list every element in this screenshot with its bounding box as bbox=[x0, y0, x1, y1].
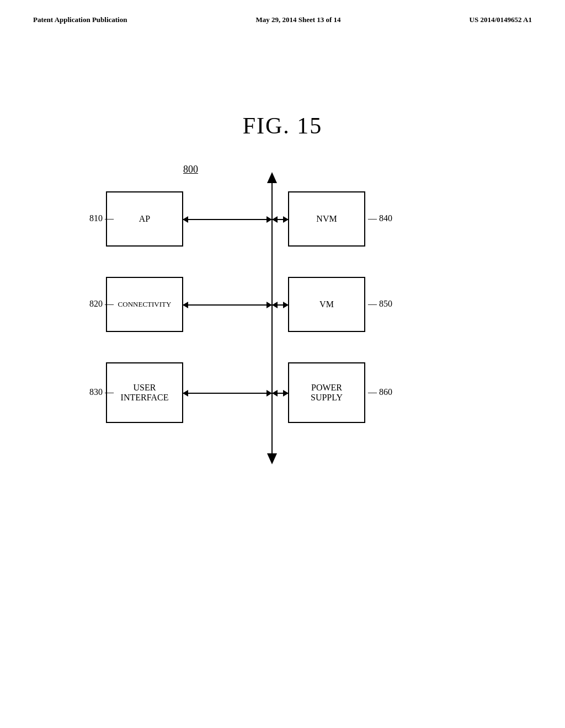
page-header: Patent Application Publication May 29, 2… bbox=[0, 0, 565, 24]
ref-810: 810 — bbox=[89, 213, 114, 223]
header-left: Patent Application Publication bbox=[33, 15, 127, 24]
diagram: 800 AP 810 — NVM — 840 CONNECTIVITY 820 … bbox=[89, 161, 476, 503]
connector-bus-ps bbox=[273, 393, 288, 394]
header-right: US 2014/0149652 A1 bbox=[470, 15, 532, 24]
block-vm: VM bbox=[288, 277, 365, 332]
block-nvm: NVM bbox=[288, 191, 365, 247]
block-ui-label: USER INTERFACE bbox=[121, 383, 169, 403]
connector-bus-nvm bbox=[273, 219, 288, 220]
block-ap: AP bbox=[106, 191, 183, 247]
header-center: May 29, 2014 Sheet 13 of 14 bbox=[255, 15, 340, 24]
block-connectivity-label: CONNECTIVITY bbox=[118, 300, 172, 309]
system-label: 800 bbox=[183, 164, 198, 175]
ref-840: — 840 bbox=[368, 213, 392, 223]
connector-ui-bus bbox=[183, 393, 271, 394]
block-ps-label: POWER SUPPLY bbox=[311, 383, 343, 403]
block-ap-label: AP bbox=[139, 214, 150, 224]
ref-830: 830 — bbox=[89, 387, 114, 397]
connector-ap-bus bbox=[183, 219, 271, 220]
connector-bus-vm bbox=[273, 304, 288, 306]
block-user-interface: USER INTERFACE bbox=[106, 362, 183, 423]
ref-820: 820 — bbox=[89, 299, 114, 309]
block-nvm-label: NVM bbox=[316, 214, 337, 224]
bus-arrow-down bbox=[267, 453, 277, 464]
ref-850: — 850 bbox=[368, 299, 392, 309]
ref-860: — 860 bbox=[368, 387, 392, 397]
block-connectivity: CONNECTIVITY bbox=[106, 277, 183, 332]
block-power-supply: POWER SUPPLY bbox=[288, 362, 365, 423]
block-vm-label: VM bbox=[319, 299, 334, 309]
connector-connectivity-bus bbox=[183, 304, 271, 306]
figure-title: FIG. 15 bbox=[0, 113, 565, 139]
